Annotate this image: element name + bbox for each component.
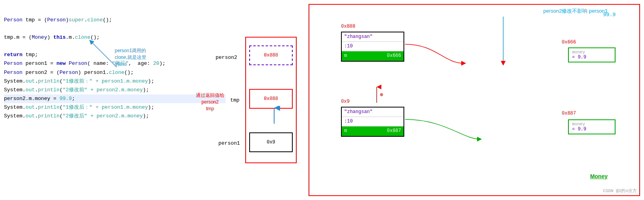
code-line-1: Person tmp = (Person)super.clone();	[4, 16, 225, 25]
money-val-2: = 9.9	[572, 126, 612, 132]
svg-text:⊕: ⊕	[380, 92, 383, 98]
code-panel: Person tmp = (Person)super.clone(); tmp.…	[0, 0, 229, 200]
obj-0x888-field3: m0x666	[342, 51, 403, 60]
obj-0x9-field3: m0x887	[342, 126, 403, 136]
obj-0x9-field1: "zhangsan"	[342, 108, 403, 117]
stack-label-tmp: tmp	[230, 97, 239, 103]
obj-0x888: "zhangsan" :10 m0x666	[341, 32, 404, 62]
addr-0x666: 0x666	[562, 40, 576, 45]
stack-cell-person2: 0x888	[249, 45, 293, 65]
clone-annotation: person1调用的 clone,就是这里 的this	[115, 47, 146, 67]
money-label-1: money	[572, 50, 612, 55]
code-line-10: System.out.println("2修改后" + person2.m.mo…	[4, 112, 225, 121]
obj-0x9-field2: :10	[342, 117, 403, 126]
code-line-9: System.out.println("1修改后：" + person1.m.m…	[4, 103, 225, 112]
code-line-6: System.out.println("1修改前：" + person1.m.m…	[4, 77, 225, 86]
stack-label-person2: person2	[216, 55, 237, 60]
csdn-label: CSDN @2的n次方	[603, 188, 637, 194]
stack-val-person2: 0x888	[264, 53, 278, 58]
addr-0x9: 0x9	[341, 99, 350, 104]
heap-panel: person2修改不影响 person1 99.9 0x888 "zhangsa…	[309, 4, 640, 196]
money-box-0x887: money = 9.9	[568, 119, 616, 134]
stack-panel: 0x888 0x888 0x9 person2 tmp person1 通过返回…	[229, 0, 309, 200]
code-line-blank1	[4, 25, 225, 33]
addr-0x888: 0x888	[341, 24, 355, 29]
heap-annotation: person2修改不影响 person1	[543, 7, 608, 15]
money-val-1: = 9.9	[572, 55, 612, 60]
code-line-7: System.out.println("2修改前" + person2.m.mo…	[4, 86, 225, 94]
money-box-0x666: money = 9.9	[568, 47, 616, 62]
stack-val-tmp: 0x888	[264, 96, 278, 102]
code-line-8: person2.m.money = 99.9;	[4, 94, 225, 103]
stack-val-person1: 0x9	[267, 140, 275, 145]
money-class-label: Money	[590, 173, 608, 179]
val-99: 99.9	[603, 12, 616, 18]
tmp-up-arrow	[268, 106, 280, 126]
stack-label-person1: person1	[218, 140, 240, 146]
code-line-2: tmp.m = (Money) this.m.clone();	[4, 33, 225, 42]
obj-0x888-field1: "zhangsan"	[342, 32, 403, 42]
money-label-2: money	[572, 122, 612, 126]
obj-0x888-field2: :10	[342, 42, 403, 51]
stack-cell-person1: 0x9	[249, 132, 293, 152]
obj-0x9: "zhangsan" :10 m0x887	[341, 107, 404, 137]
code-line-5: Person person2 = (Person) person1.clone(…	[4, 68, 225, 77]
return-label: 通过返回值给person2tmp	[196, 92, 224, 112]
addr-0x887: 0x887	[562, 111, 576, 116]
